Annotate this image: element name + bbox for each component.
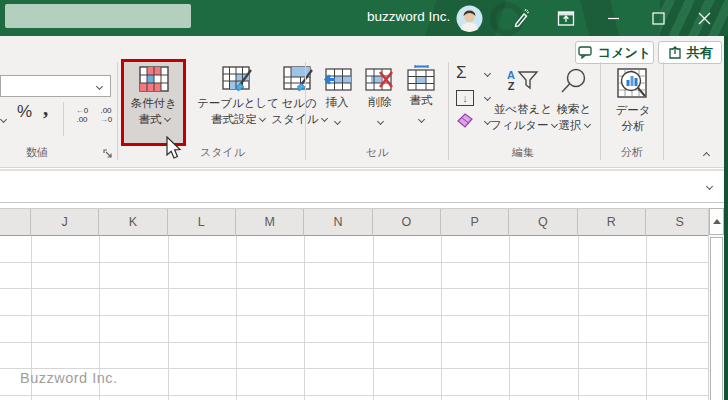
format-as-table-label-2: 書式設定	[211, 113, 257, 125]
column-header-Q[interactable]: Q	[509, 209, 577, 236]
delete-cells-button[interactable]: 削除	[357, 68, 403, 130]
column-headers: JKLMNOPQRS	[0, 208, 724, 236]
find-select-button[interactable]: 検索と 選択	[552, 63, 596, 133]
gridline	[441, 236, 442, 400]
gridline	[509, 236, 510, 400]
sort-filter-button[interactable]: A Z 並べ替えと フィルター	[490, 63, 556, 133]
format-label: 書式	[398, 93, 444, 108]
highlight-rectangle	[121, 59, 186, 146]
minimize-icon	[607, 12, 620, 25]
az-letters: A Z	[507, 70, 515, 92]
percent-style-button[interactable]: %	[17, 102, 32, 122]
sort-filter-label-2: フィルター	[490, 119, 549, 131]
vertical-scrollbar[interactable]	[708, 208, 724, 400]
scroll-up-button[interactable]	[709, 208, 724, 235]
column-header-O[interactable]: O	[373, 209, 441, 236]
group-divider	[663, 62, 664, 160]
cell-styles-label-2: スタイル	[271, 113, 318, 125]
styles-group-label: スタイル	[200, 145, 245, 160]
search-icon	[560, 67, 588, 95]
column-header-partial[interactable]	[0, 209, 31, 236]
find-select-label-2: 選択	[558, 119, 581, 131]
filter-funnel-icon	[517, 69, 539, 93]
column-header-R[interactable]: R	[578, 209, 646, 236]
chevron-down-icon[interactable]	[0, 116, 7, 123]
column-header-S[interactable]: S	[646, 209, 714, 236]
formula-bar[interactable]	[0, 169, 724, 203]
avatar-icon	[456, 5, 483, 32]
increase-decimal-button[interactable]: ←0 .00	[70, 106, 94, 124]
format-cells-icon	[407, 65, 435, 91]
column-header-L[interactable]: L	[168, 209, 236, 236]
chevron-down-icon	[417, 116, 424, 123]
cells-group-label: セル	[366, 145, 389, 160]
group-divider	[448, 62, 449, 160]
column-header-M[interactable]: M	[236, 209, 304, 236]
collapse-ribbon-button[interactable]	[703, 152, 710, 159]
decrease-decimal-button[interactable]: .00 →0	[94, 106, 118, 124]
comma-style-button[interactable]: ,	[43, 96, 48, 121]
close-button[interactable]	[689, 0, 719, 36]
share-label: 共有	[687, 44, 713, 62]
data-analysis-icon	[617, 68, 649, 100]
insert-cells-button[interactable]: 挿入	[314, 68, 360, 130]
analysis-group-label: 分析	[621, 145, 643, 160]
left-arrow-icon: ←	[76, 106, 84, 115]
chevron-down-icon	[259, 115, 266, 122]
account-avatar[interactable]	[455, 0, 483, 36]
number-dialog-launcher[interactable]	[103, 146, 114, 164]
worksheet-grid[interactable]: JKLMNOPQRS Buzzword Inc.	[0, 203, 724, 400]
format-cells-button[interactable]: 書式	[398, 65, 444, 128]
group-divider	[117, 62, 118, 160]
fill-down-icon: ↓	[456, 90, 474, 106]
column-header-N[interactable]: N	[304, 209, 372, 236]
window-right-border	[724, 36, 728, 400]
share-button[interactable]: 共有	[658, 41, 722, 64]
titlebar-light-panel	[5, 4, 191, 28]
clear-button[interactable]	[456, 112, 492, 132]
expand-formula-bar-icon[interactable]	[706, 183, 713, 190]
mouse-cursor	[166, 136, 183, 160]
ribbon-display-options-icon	[557, 10, 575, 27]
sort-filter-label-1: 並べ替えと	[490, 101, 556, 117]
insert-label: 挿入	[314, 95, 360, 110]
comment-icon	[578, 46, 593, 59]
gridline	[646, 236, 647, 400]
watermark-text: Buzzword Inc.	[20, 370, 118, 386]
scroll-up-icon	[713, 219, 721, 224]
column-header-K[interactable]: K	[99, 209, 167, 236]
right-arrow-icon: →	[100, 115, 108, 124]
column-header-J[interactable]: J	[31, 209, 99, 236]
gridline	[304, 236, 305, 400]
data-analysis-label-2: 分析	[610, 118, 656, 134]
fill-button[interactable]: ↓	[456, 88, 492, 108]
number-format-dropdown[interactable]	[0, 75, 111, 97]
scrollbar-thumb[interactable]	[710, 237, 723, 400]
comments-label: コメント	[598, 44, 651, 62]
maximize-icon	[652, 12, 665, 25]
window-title: buzzword Inc.	[367, 9, 450, 24]
group-divider	[600, 62, 601, 160]
chevron-down-icon	[96, 83, 103, 90]
maximize-button[interactable]	[643, 0, 673, 36]
minimize-button[interactable]	[598, 0, 628, 36]
chevron-down-icon	[584, 121, 591, 128]
delete-label: 削除	[357, 95, 403, 110]
data-analysis-button[interactable]: データ 分析	[610, 68, 656, 134]
cell-styles-icon	[283, 66, 315, 93]
data-analysis-label-1: データ	[610, 102, 656, 118]
sigma-icon: Σ	[456, 63, 467, 82]
ink-pen-button[interactable]	[508, 0, 532, 36]
eraser-icon	[456, 112, 474, 129]
column-header-P[interactable]: P	[441, 209, 509, 236]
comments-button[interactable]: コメント	[575, 41, 654, 64]
divider	[63, 102, 64, 136]
ribbon-display-options-button[interactable]	[553, 0, 579, 36]
delete-cells-icon	[365, 68, 395, 91]
group-divider	[305, 62, 306, 160]
gridline	[578, 236, 579, 400]
editing-group-label: 編集	[512, 145, 534, 160]
gridline	[236, 236, 237, 400]
gridline	[168, 236, 169, 400]
autosum-button[interactable]: Σ	[456, 63, 492, 85]
